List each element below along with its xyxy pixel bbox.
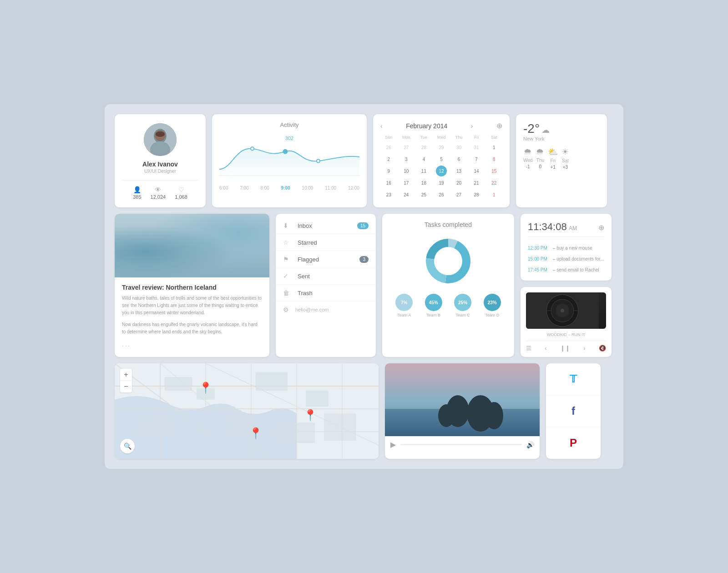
mail-inbox[interactable]: ⬇ Inbox 15 [276, 217, 376, 234]
progress-bar[interactable] [400, 444, 522, 445]
svg-rect-38 [137, 418, 174, 436]
team-c-percent: 25% [458, 300, 467, 305]
team-b-percent: 45% [429, 300, 438, 305]
zoom-in-button[interactable]: + [120, 369, 132, 381]
mail-card: ⬇ Inbox 15 ☆ Starred ⚑ Flagged 3 ✓ Sent … [276, 214, 376, 357]
clock-add-button[interactable]: ⊕ [598, 223, 604, 232]
blog-title: Travel review: Northern Iceland [122, 284, 262, 291]
chart-peak-label: 302 [285, 136, 293, 141]
mail-starred[interactable]: ☆ Starred [276, 234, 376, 251]
profile-name: Alex Ivanov [142, 161, 178, 168]
mail-flagged[interactable]: ⚑ Flagged 3 [276, 251, 376, 268]
zoom-out-button[interactable]: − [120, 381, 132, 392]
mail-settings[interactable]: ⚙ hello@me.com [276, 302, 376, 318]
weather-card: -2° ☁ New York 🌧 Wed -1 🌧 Thu 0 ⛅ Fri [516, 114, 607, 207]
mute-button[interactable]: 🔇 [599, 345, 606, 352]
sent-label: Sent [298, 273, 369, 280]
weather-temp: -2° [523, 121, 540, 136]
check-icon: ✓ [283, 272, 291, 280]
map-pin-3[interactable]: 📍 [249, 427, 263, 440]
inbox-label: Inbox [298, 222, 357, 229]
svg-point-47 [438, 404, 455, 427]
heart-icon: ♡ [178, 186, 184, 193]
mail-sent[interactable]: ✓ Sent [276, 268, 376, 285]
chart-area: 302 [219, 132, 359, 186]
profile-role: UX/UI Designer [144, 169, 176, 174]
weather-city: New York [523, 136, 600, 141]
likes-count: 1,068 [175, 194, 187, 200]
playlist-button[interactable]: ☰ [526, 345, 531, 352]
team-d-percent: 23% [488, 300, 497, 305]
tasks-title: Tasks completed [389, 221, 507, 228]
inbox-icon: ⬇ [283, 222, 291, 229]
cal-prev-button[interactable]: ‹ [380, 122, 383, 130]
forecast-wed: 🌧 Wed -1 [523, 147, 532, 170]
team-b-bubble: 45% Team B [425, 294, 442, 317]
calendar-grid: Sun Mon Tue Wed Thu Fri Sat 26 27 28 29 … [380, 134, 502, 200]
video-scene [385, 363, 540, 436]
cal-add-button[interactable]: ⊕ [496, 121, 502, 130]
followers-count: 385 [133, 194, 141, 200]
profile-card: Alex Ivanov UX/UI Designer 👤 385 👁 12,02… [115, 114, 206, 207]
music-artwork [526, 292, 599, 329]
team-b-label: Team B [426, 313, 440, 317]
facebook-icon: f [571, 405, 575, 417]
music-artist: WOODKID – RUN IT [526, 332, 606, 337]
likes-stat: ♡ 1,068 [175, 186, 187, 200]
play-button[interactable]: ▶ [390, 440, 396, 449]
next-button[interactable]: › [583, 345, 585, 352]
blog-card: Travel review: Northern Iceland Wild nat… [115, 214, 269, 357]
team-a-label: Team A [397, 313, 411, 317]
svg-point-46 [485, 402, 503, 429]
blog-text-2: Now darkness has engulfed the gnarly vol… [122, 321, 262, 336]
video-controls: ▶ 🔊 [385, 436, 540, 452]
activity-card: Activity 302 [212, 114, 367, 207]
video-thumbnail [385, 363, 540, 436]
map-pin-1[interactable]: 📍 [199, 382, 212, 394]
mail-trash[interactable]: 🗑 Trash [276, 285, 376, 302]
map-svg [115, 363, 379, 459]
twitter-icon: 𝕋 [570, 373, 577, 385]
team-c-bubble: 25% Team C [454, 294, 471, 317]
prev-button[interactable]: ‹ [545, 345, 546, 352]
video-card: ▶ 🔊 [385, 363, 540, 459]
pause-button[interactable]: ❙❙ [560, 345, 570, 352]
donut-chart [421, 234, 475, 288]
map-bg: 📍 📍 📍 + − 🔍 [115, 363, 379, 459]
forecast-fri: ⛅ Fri +1 [548, 147, 558, 170]
gear-icon: ⚙ [283, 306, 289, 313]
eye-icon: 👁 [155, 186, 161, 193]
clock-ampm: AM [569, 225, 577, 231]
map-card: 📍 📍 📍 + − 🔍 [115, 363, 379, 459]
forecast-thu: 🌧 Thu 0 [536, 147, 544, 170]
blog-image [115, 214, 269, 277]
svg-rect-40 [274, 422, 315, 443]
map-pin-2[interactable]: 📍 [303, 409, 317, 422]
schedule-item-1: 12:30 PM – buy a new mouse [528, 245, 604, 251]
map-zoom-controls: + − [120, 369, 132, 392]
svg-point-7 [317, 159, 320, 162]
svg-point-8 [283, 149, 288, 154]
tasks-card: Tasks completed [382, 214, 514, 357]
svg-rect-41 [324, 413, 356, 441]
facebook-button[interactable]: f [546, 395, 601, 427]
schedule-item-2: 15:00 PM – upload documents for... [528, 256, 604, 262]
mail-email: hello@me.com [295, 307, 329, 312]
svg-point-5 [251, 147, 254, 150]
flagged-label: Flagged [298, 256, 359, 263]
svg-rect-36 [256, 372, 288, 391]
pinterest-button[interactable]: P [546, 427, 601, 459]
pinterest-icon: P [570, 437, 577, 449]
cal-next-button[interactable]: › [471, 122, 473, 130]
map-search-button[interactable]: 🔍 [120, 439, 135, 453]
rain-icon-2: 🌧 [536, 147, 544, 156]
today-marker[interactable]: 12 [436, 166, 447, 176]
music-card: WOODKID – RUN IT ☰ ‹ ❙❙ › 🔇 [521, 287, 612, 357]
calendar-month: February 2014 [406, 122, 447, 130]
volume-icon[interactable]: 🔊 [526, 441, 534, 448]
twitter-button[interactable]: 𝕋 [546, 363, 601, 395]
calendar-card: ‹ February 2014 › ⊕ Sun Mon Tue Wed Thu … [373, 114, 510, 207]
trash-label: Trash [298, 290, 369, 297]
blog-more[interactable]: ... [122, 340, 262, 348]
schedule-item-3: 17:45 PM – send email to Rachel [528, 267, 604, 273]
